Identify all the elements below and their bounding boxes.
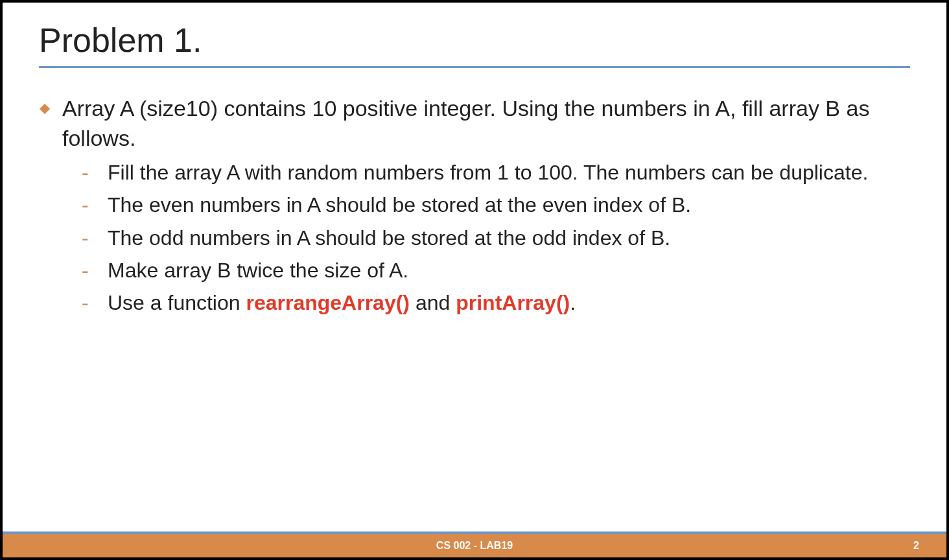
function-name-2: printArray() (456, 291, 570, 314)
last-bullet-pre: Use a function (108, 291, 246, 314)
slide-title: Problem 1. (39, 21, 910, 60)
list-item: - Use a function rearrangeArray() and pr… (78, 288, 910, 318)
main-bullet-text: Array A (size10) contains 10 positive in… (62, 94, 910, 154)
slide: Problem 1. Array A (size10) contains 10 … (0, 0, 949, 560)
sub-bullet-list: - Fill the array A with random numbers f… (78, 158, 910, 318)
dash-icon: - (78, 158, 108, 187)
svg-marker-0 (40, 104, 50, 114)
title-underline (39, 66, 910, 68)
dash-icon: - (78, 255, 108, 285)
dash-icon: - (78, 288, 108, 318)
sub-bullet-text: Use a function rearrangeArray() and prin… (108, 288, 910, 318)
function-name-1: rearrangeArray() (246, 291, 410, 314)
last-bullet-post: . (570, 291, 576, 314)
page-number: 2 (913, 540, 919, 552)
dash-icon: - (78, 190, 108, 220)
sub-bullet-text: Make array B twice the size of A. (108, 255, 910, 285)
sub-bullet-text: The odd numbers in A should be stored at… (108, 223, 910, 253)
dash-icon: - (78, 223, 108, 253)
list-item: - The even numbers in A should be stored… (78, 190, 910, 220)
sub-bullet-text: The even numbers in A should be stored a… (108, 190, 910, 220)
last-bullet-mid: and (410, 291, 456, 314)
slide-content: Problem 1. Array A (size10) contains 10 … (3, 3, 946, 531)
main-bullet: Array A (size10) contains 10 positive in… (39, 94, 910, 154)
list-item: - Make array B twice the size of A. (78, 255, 910, 285)
diamond-bullet-icon (39, 103, 51, 115)
list-item: - Fill the array A with random numbers f… (78, 158, 910, 187)
footer-bar: CS 002 - LAB19 2 (3, 534, 946, 557)
footer-label: CS 002 - LAB19 (436, 540, 513, 552)
list-item: - The odd numbers in A should be stored … (78, 223, 910, 253)
slide-footer: CS 002 - LAB19 2 (3, 531, 946, 557)
sub-bullet-text: Fill the array A with random numbers fro… (108, 158, 910, 187)
